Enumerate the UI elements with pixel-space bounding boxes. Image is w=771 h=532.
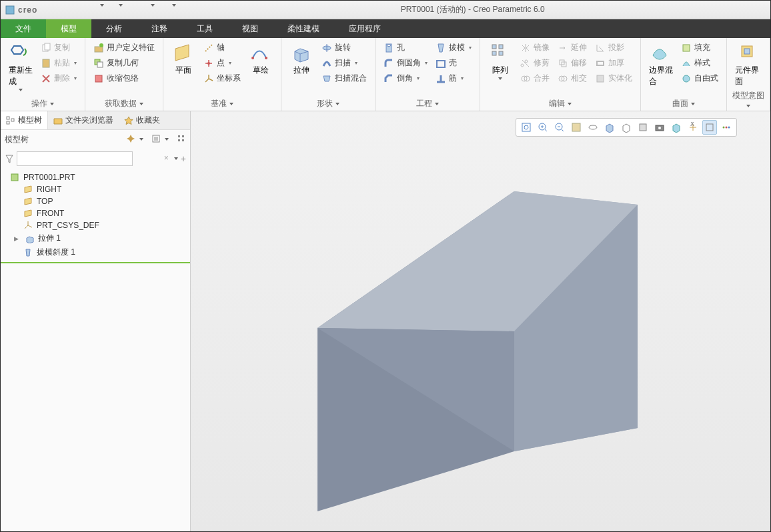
sweepblend-button[interactable]: 扫描混合 [319, 71, 369, 85]
open-icon[interactable] [60, 4, 72, 16]
tab-analysis[interactable]: 分析 [91, 19, 137, 38]
tree-node-front[interactable]: FRONT [1, 207, 190, 219]
extrude-button[interactable]: 拉伸 [287, 41, 316, 77]
qat-more-icon[interactable] [172, 4, 176, 7]
tab-flex[interactable]: 柔性建模 [273, 19, 334, 38]
rib-button[interactable]: 筋▾ [433, 71, 474, 85]
paste-button[interactable]: 粘贴▾ [38, 56, 79, 70]
quick-access-toolbar [47, 4, 176, 16]
new-icon[interactable] [47, 4, 59, 16]
boundary-button[interactable]: 边界混合 [646, 41, 676, 89]
tab-annotate[interactable]: 注释 [137, 19, 182, 38]
round-button[interactable]: 倒圆角▾ [381, 56, 430, 70]
hole-button[interactable]: 孔 [381, 41, 430, 55]
tree-filter-icon[interactable] [177, 134, 186, 145]
tree-node-draft[interactable]: 拔模斜度 1 [1, 245, 190, 259]
copygeom-button[interactable]: 复制几何 [91, 56, 157, 70]
fill-button[interactable]: 填充 [678, 41, 721, 55]
group-intent: 元件界面 模型意图 [727, 38, 770, 111]
panel-tab-fav[interactable]: 收藏夹 [119, 111, 165, 129]
tree-node-top[interactable]: TOP [1, 195, 190, 207]
draft-button[interactable]: 拔模▾ [433, 41, 474, 55]
regen-icon[interactable] [124, 4, 136, 16]
spin-icon[interactable] [586, 120, 600, 135]
tab-view[interactable]: 视图 [227, 19, 273, 38]
window-icon[interactable] [137, 4, 149, 16]
redo-icon[interactable] [105, 4, 117, 16]
saved-view-icon[interactable] [602, 120, 617, 135]
shrinkwrap-button[interactable]: 收缩包络 [91, 71, 157, 85]
display-style-icon[interactable] [636, 120, 650, 135]
repaint-icon[interactable] [569, 120, 584, 135]
tree-node-extrude[interactable]: ▶拉伸 1 [1, 231, 190, 245]
intersect-button[interactable]: 相交 [555, 71, 590, 85]
tree-settings-icon[interactable] [151, 134, 161, 145]
funnel-icon[interactable] [5, 154, 14, 163]
snapshot-icon[interactable] [652, 120, 667, 135]
shell-button[interactable]: 壳 [433, 56, 474, 70]
tree-node-csys[interactable]: PRT_CSYS_DEF [1, 219, 190, 231]
svg-point-16 [251, 57, 254, 59]
add-filter-icon[interactable]: + [181, 153, 186, 164]
zoom-fit-icon[interactable] [519, 120, 534, 135]
csys-button[interactable]: 坐标系 [201, 71, 243, 85]
svg-rect-38 [7, 117, 9, 119]
copy-button[interactable]: 复制 [38, 41, 79, 55]
plane-small-icon [23, 209, 33, 218]
pattern-button[interactable]: 阵列 [486, 41, 515, 81]
save-icon[interactable] [73, 4, 85, 16]
revolve-button[interactable]: 旋转 [319, 41, 369, 55]
search-options-icon[interactable] [174, 157, 178, 160]
named-view-icon[interactable] [619, 120, 634, 135]
datum-display-icon[interactable]: x [686, 120, 700, 135]
panel-tab-tree[interactable]: 模型树 [1, 111, 48, 129]
window-more-icon[interactable] [151, 4, 155, 7]
point-icon [203, 58, 214, 69]
redo-more-icon[interactable] [119, 4, 123, 7]
regenerate-button[interactable]: 重新生成 [6, 41, 35, 93]
merge-button[interactable]: 合并 [518, 71, 552, 85]
undo-icon[interactable] [87, 4, 99, 16]
trim-button[interactable]: 修剪 [518, 56, 552, 70]
undo-more-icon[interactable] [100, 4, 104, 7]
annotation-display-icon[interactable] [702, 120, 717, 135]
solidify-button[interactable]: 实体化 [592, 71, 635, 85]
tree-root[interactable]: PRT0001.PRT [1, 171, 190, 183]
perspective-icon[interactable] [669, 120, 684, 135]
plane-button[interactable]: 平面 [169, 41, 198, 77]
sketch-button[interactable]: 草绘 [246, 41, 275, 77]
tree-tools-icon[interactable] [126, 134, 135, 145]
zoom-out-icon[interactable] [552, 120, 567, 135]
tab-app[interactable]: 应用程序 [334, 19, 396, 38]
close-window-icon[interactable] [156, 4, 168, 16]
component-interface-button[interactable]: 元件界面 [732, 41, 764, 89]
mirror-button[interactable]: 镜像 [518, 41, 552, 55]
offset-button[interactable]: 偏移 [555, 56, 590, 70]
axis-button[interactable]: 轴 [201, 41, 243, 55]
clear-search-icon[interactable]: × [164, 153, 169, 163]
tab-file[interactable]: 文件 [1, 19, 46, 38]
point-button[interactable]: 点▾ [201, 56, 243, 70]
tab-tools[interactable]: 工具 [182, 19, 227, 38]
extrude-icon [291, 42, 312, 63]
thicken-button[interactable]: 加厚 [592, 56, 635, 70]
group-operations: 重新生成 复制 粘贴▾ 删除▾ 操作 [1, 38, 85, 111]
tab-model[interactable]: 模型 [46, 19, 91, 38]
zoom-in-icon[interactable] [536, 120, 550, 135]
svg-rect-21 [437, 61, 445, 67]
extend-button[interactable]: 延伸 [555, 41, 590, 55]
delete-button[interactable]: 删除▾ [38, 71, 79, 85]
more-display-icon[interactable] [719, 120, 734, 135]
panel-tab-folder[interactable]: 文件夹浏览器 [48, 111, 119, 129]
sweep-button[interactable]: 扫描▾ [319, 56, 369, 70]
tree-node-right[interactable]: RIGHT [1, 183, 190, 195]
style-button[interactable]: 样式 [678, 56, 721, 70]
freeform-button[interactable]: 自由式 [678, 71, 721, 85]
tree-search-input[interactable] [17, 151, 133, 166]
chamfer-button[interactable]: 倒角▾ [381, 71, 430, 85]
delete-icon [41, 73, 51, 84]
project-button[interactable]: 投影 [592, 41, 635, 55]
graphics-canvas[interactable]: x [191, 111, 770, 531]
udf-button[interactable]: 用户定义特征 [91, 41, 157, 55]
expand-icon[interactable]: ▶ [14, 235, 21, 242]
